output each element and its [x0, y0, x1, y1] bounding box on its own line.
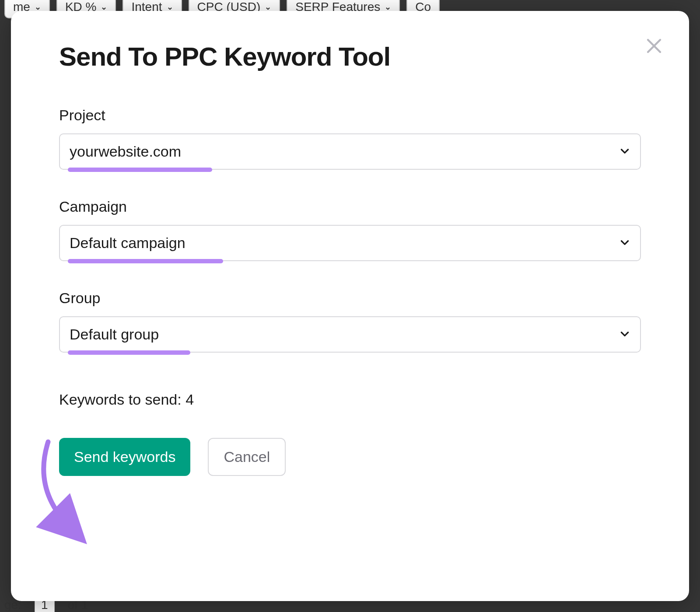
- group-select-value: Default group: [70, 326, 159, 343]
- highlight-annotation: [68, 350, 190, 355]
- modal-title: Send To PPC Keyword Tool: [59, 42, 641, 72]
- send-to-ppc-modal: Send To PPC Keyword Tool Project yourweb…: [11, 11, 689, 601]
- project-field-group: Project yourwebsite.com: [59, 107, 641, 170]
- highlight-annotation: [68, 259, 223, 263]
- close-button[interactable]: [643, 35, 665, 57]
- button-row: Send keywords Cancel: [59, 438, 641, 476]
- campaign-field-group: Campaign Default campaign: [59, 198, 641, 261]
- campaign-label: Campaign: [59, 198, 641, 215]
- keywords-count: Keywords to send: 4: [59, 391, 641, 408]
- highlight-annotation: [68, 168, 212, 172]
- campaign-select-value: Default campaign: [70, 234, 186, 252]
- group-select[interactable]: Default group: [59, 316, 641, 353]
- close-icon: [645, 37, 663, 55]
- group-label: Group: [59, 290, 641, 307]
- campaign-select[interactable]: Default campaign: [59, 225, 641, 261]
- project-label: Project: [59, 107, 641, 124]
- cancel-button[interactable]: Cancel: [208, 438, 286, 476]
- project-select-value: yourwebsite.com: [70, 143, 181, 160]
- send-keywords-button[interactable]: Send keywords: [59, 438, 190, 476]
- project-select[interactable]: yourwebsite.com: [59, 133, 641, 170]
- group-field-group: Group Default group: [59, 290, 641, 353]
